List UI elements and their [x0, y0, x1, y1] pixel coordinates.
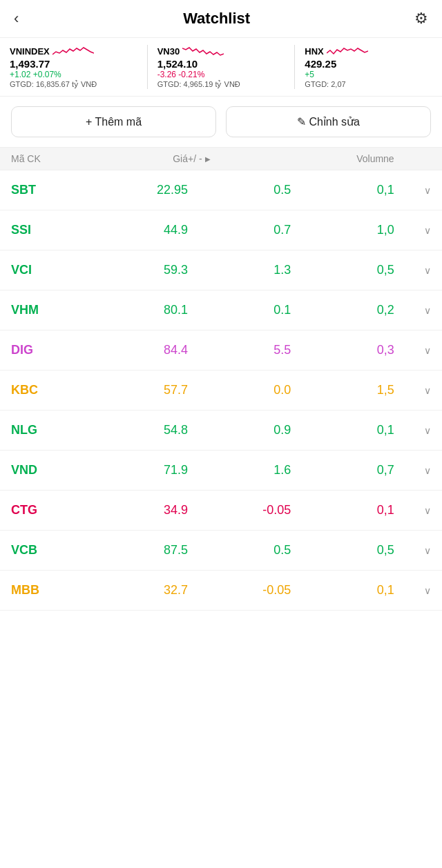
- header: ‹ Watchlist ⚙: [0, 0, 442, 38]
- action-bar: + Thêm mã ✎ Chỉnh sửa: [0, 97, 442, 147]
- index-change-vn30: -3.26 -0.21%: [157, 70, 285, 79]
- vol-VCI: 0,5: [291, 263, 394, 277]
- chevron-down-icon[interactable]: ∨: [394, 305, 431, 316]
- change-SSI: 0.7: [188, 223, 291, 237]
- table-row[interactable]: VND 71.9 1.6 0,7 ∨: [0, 451, 442, 491]
- chevron-down-icon[interactable]: ∨: [394, 185, 431, 196]
- ticker-MBB: MBB: [11, 583, 99, 598]
- ticker-CTG: CTG: [11, 503, 99, 517]
- vol-KBC: 1,5: [291, 383, 394, 397]
- change-VCI: 1.3: [188, 263, 291, 277]
- index-change-vnindex: +1.02 +0.07%: [10, 70, 137, 79]
- index-bar: VNINDEX 1,493.77 +1.02 +0.07% GTGD: 16,8…: [0, 38, 442, 97]
- hnx-sparkline: [327, 45, 368, 57]
- page-title: Watchlist: [183, 10, 250, 28]
- vol-VHM: 0,2: [291, 303, 394, 317]
- price-CTG: 34.9: [99, 503, 188, 517]
- index-vnindex[interactable]: VNINDEX 1,493.77 +1.02 +0.07% GTGD: 16,8…: [10, 45, 137, 89]
- price-MBB: 32.7: [99, 583, 188, 598]
- table-row[interactable]: CTG 34.9 -0.05 0,1 ∨: [0, 491, 442, 531]
- col-header-price: Giá: [99, 153, 188, 164]
- change-CTG: -0.05: [188, 503, 291, 517]
- index-gtgd-vn30: GTGD: 4,965.19 tỷ VNĐ: [157, 80, 285, 89]
- table-row[interactable]: MBB 32.7 -0.05 0,1 ∨: [0, 571, 442, 611]
- stock-table: SBT 22.95 0.5 0,1 ∨ SSI 44.9 0.7 1,0 ∨ V…: [0, 170, 442, 611]
- price-VND: 71.9: [99, 463, 188, 477]
- back-button[interactable]: ‹: [14, 10, 19, 28]
- chevron-down-icon[interactable]: ∨: [394, 225, 431, 236]
- ticker-SBT: SBT: [11, 183, 99, 197]
- ticker-NLG: NLG: [11, 423, 99, 437]
- ticker-SSI: SSI: [11, 223, 99, 237]
- index-hnx[interactable]: HNX 429.25 +5 GTGD: 2,07: [305, 45, 432, 89]
- change-KBC: 0.0: [188, 383, 291, 397]
- vol-DIG: 0,3: [291, 343, 394, 357]
- change-MBB: -0.05: [188, 583, 291, 598]
- price-NLG: 54.8: [99, 423, 188, 437]
- chevron-down-icon[interactable]: ∨: [394, 545, 431, 556]
- change-SBT: 0.5: [188, 183, 291, 197]
- chevron-down-icon[interactable]: ∨: [394, 385, 431, 396]
- chevron-down-icon[interactable]: ∨: [394, 345, 431, 356]
- table-row[interactable]: KBC 57.7 0.0 1,5 ∨: [0, 371, 442, 411]
- sort-arrow-icon[interactable]: ▶: [205, 155, 211, 163]
- table-row[interactable]: VCB 87.5 0.5 0,5 ∨: [0, 531, 442, 571]
- index-name-vn30: VN30: [157, 46, 180, 57]
- table-row[interactable]: NLG 54.8 0.9 0,1 ∨: [0, 411, 442, 451]
- vnindex-sparkline: [52, 45, 94, 57]
- index-value-vnindex: 1,493.77: [10, 58, 137, 70]
- price-VHM: 80.1: [99, 303, 188, 317]
- price-SSI: 44.9: [99, 223, 188, 237]
- vol-VND: 0,7: [291, 463, 394, 477]
- index-gtgd-hnx: GTGD: 2,07: [305, 80, 432, 88]
- ticker-VCI: VCI: [11, 263, 99, 277]
- vol-CTG: 0,1: [291, 503, 394, 517]
- table-row[interactable]: DIG 84.4 5.5 0,3 ∨: [0, 331, 442, 371]
- edit-button[interactable]: ✎ Chỉnh sửa: [226, 106, 431, 137]
- change-VND: 1.6: [188, 463, 291, 477]
- vn30-sparkline: [182, 45, 224, 57]
- divider-2: [294, 45, 295, 89]
- ticker-VND: VND: [11, 463, 99, 477]
- vol-VCB: 0,5: [291, 543, 394, 558]
- vol-NLG: 0,1: [291, 423, 394, 437]
- price-KBC: 57.7: [99, 383, 188, 397]
- add-ticker-button[interactable]: + Thêm mã: [11, 106, 216, 137]
- index-name-vnindex: VNINDEX: [10, 46, 50, 57]
- table-row[interactable]: VHM 80.1 0.1 0,2 ∨: [0, 290, 442, 331]
- vol-SSI: 1,0: [291, 223, 394, 237]
- table-row[interactable]: SSI 44.9 0.7 1,0 ∨: [0, 210, 442, 250]
- change-VHM: 0.1: [188, 303, 291, 317]
- index-value-hnx: 429.25: [305, 58, 432, 70]
- chevron-down-icon[interactable]: ∨: [394, 465, 431, 476]
- price-VCB: 87.5: [99, 543, 188, 558]
- price-SBT: 22.95: [99, 183, 188, 197]
- index-gtgd-vnindex: GTGD: 16,835.67 tỷ VNĐ: [10, 80, 137, 89]
- divider-1: [147, 45, 148, 89]
- index-value-vn30: 1,524.10: [157, 58, 285, 70]
- index-change-hnx: +5: [305, 70, 432, 79]
- vol-SBT: 0,1: [291, 183, 394, 197]
- chevron-down-icon[interactable]: ∨: [394, 585, 431, 596]
- chevron-down-icon[interactable]: ∨: [394, 265, 431, 276]
- ticker-VCB: VCB: [11, 543, 99, 558]
- col-header-change: +/ - ▶: [188, 153, 291, 164]
- table-header: Mã CK Giá +/ - ▶ Volumne: [0, 147, 442, 170]
- price-VCI: 59.3: [99, 263, 188, 277]
- price-DIG: 84.4: [99, 343, 188, 357]
- index-vn30[interactable]: VN30 1,524.10 -3.26 -0.21% GTGD: 4,965.1…: [157, 45, 285, 89]
- table-row[interactable]: VCI 59.3 1.3 0,5 ∨: [0, 250, 442, 290]
- change-NLG: 0.9: [188, 423, 291, 437]
- table-row[interactable]: SBT 22.95 0.5 0,1 ∨: [0, 170, 442, 210]
- col-header-vol: Volumne: [291, 153, 394, 164]
- chevron-down-icon[interactable]: ∨: [394, 505, 431, 516]
- change-VCB: 0.5: [188, 543, 291, 558]
- col-header-ticker: Mã CK: [11, 153, 99, 164]
- ticker-VHM: VHM: [11, 303, 99, 317]
- ticker-DIG: DIG: [11, 343, 99, 357]
- ticker-KBC: KBC: [11, 383, 99, 397]
- vol-MBB: 0,1: [291, 583, 394, 598]
- index-name-hnx: HNX: [305, 46, 323, 57]
- chevron-down-icon[interactable]: ∨: [394, 425, 431, 436]
- gear-icon[interactable]: ⚙: [414, 10, 428, 28]
